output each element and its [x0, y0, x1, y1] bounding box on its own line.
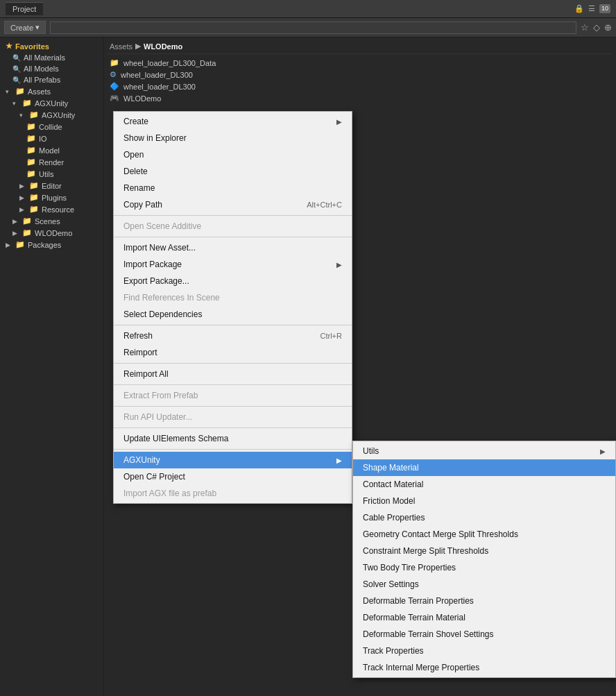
submenu-shape-material[interactable]: Shape Material [353, 459, 615, 476]
sidebar-item-collide[interactable]: 📁 Collide [0, 121, 103, 133]
submenu-two-body-tire-label: Two Body Tire Properties [363, 563, 456, 572]
menu-agxunity[interactable]: AGXUnity ▶ [114, 452, 352, 468]
search-input[interactable] [50, 22, 576, 34]
menu-open-csharp[interactable]: Open C# Project [114, 468, 352, 485]
sidebar-item-all-materials[interactable]: 🔍 All Materials [0, 52, 103, 63]
sidebar-item-all-models[interactable]: 🔍 All Models [0, 63, 103, 74]
sidebar-favorites[interactable]: ★ Favorites [0, 40, 103, 52]
sidebar-item-utils[interactable]: 📁 Utils [0, 168, 103, 180]
submenu-solver-settings[interactable]: Solver Settings [353, 576, 615, 593]
menu-show-explorer[interactable]: Show in Explorer [114, 130, 352, 146]
project-panel: Project 🔒 ☰ 10 Create ▾ ☆ ◇ ⊕ ★ Favorite… [0, 0, 616, 696]
submenu-constraint-merge[interactable]: Constraint Merge Split Thresholds [353, 543, 615, 559]
breadcrumb-assets[interactable]: Assets [110, 42, 132, 51]
menu-extract-from-prefab: Extract From Prefab [114, 387, 352, 404]
asset-item-wl-script[interactable]: ⚙ wheel_loader_DL300 [107, 69, 613, 80]
menu-reimport-all-label: Reimport All [123, 369, 169, 379]
menu-copy-path-shortcut: Alt+Ctrl+C [307, 201, 342, 209]
prefab-icon-wl: 🔷 [110, 82, 119, 91]
bookmark-icon[interactable]: ◇ [593, 22, 600, 33]
submenu-geometry-contact[interactable]: Geometry Contact Merge Split Thresholds [353, 526, 615, 543]
submenu-deformable-terrain-shovel[interactable]: Deformable Terrain Shovel Settings [353, 626, 615, 643]
menu-open[interactable]: Open [114, 146, 352, 163]
menu-rename[interactable]: Rename [114, 180, 352, 196]
menu-reimport[interactable]: Reimport [114, 344, 352, 361]
submenu-deformable-terrain-mat[interactable]: Deformable Terrain Material [353, 609, 615, 626]
asset-name-wlodemo: WLODemo [123, 94, 161, 103]
model-label: Model [39, 146, 60, 155]
menu-reimport-all[interactable]: Reimport All [114, 366, 352, 382]
menu-update-uielements-label: Update UIElements Schema [123, 434, 228, 443]
all-prefabs-label: All Prefabs [24, 76, 60, 84]
sidebar-item-packages[interactable]: ▶ 📁 Packages [0, 239, 103, 251]
submenu-deformable-terrain-props-label: Deformable Terrain Properties [363, 596, 474, 606]
submenu-track-internal-merge[interactable]: Track Internal Merge Properties [353, 659, 615, 676]
agxunity-label: AGXUnity [35, 99, 68, 108]
asset-item-wl-prefab[interactable]: 🔷 wheel_loader_DL300 [107, 80, 613, 92]
submenu-utils[interactable]: Utils ▶ [353, 443, 615, 459]
menu-run-api-updater: Run API Updater... [114, 409, 352, 425]
wlodemo-label: WLODemo [35, 229, 72, 237]
search-icon-prefabs: 🔍 [12, 76, 21, 84]
scenes-folder-icon: 📁 [22, 217, 32, 226]
separator-4 [114, 363, 352, 364]
favorites-label: Favorites [15, 42, 49, 51]
menu-open-csharp-label: Open C# Project [123, 472, 185, 482]
menu-import-package-arrow: ▶ [336, 261, 342, 269]
menu-export-package[interactable]: Export Package... [114, 273, 352, 289]
menu-show-explorer-label: Show in Explorer [123, 133, 187, 143]
menu-agxunity-label: AGXUnity [123, 455, 160, 465]
title-bar: Project 🔒 ☰ 10 [0, 0, 616, 18]
submenu-track-properties[interactable]: Track Properties [353, 643, 615, 659]
menu-select-dependencies[interactable]: Select Dependencies [114, 306, 352, 323]
submenu-cable-properties[interactable]: Cable Properties [353, 509, 615, 526]
asset-item-wlodemo[interactable]: 🎮 WLODemo [107, 92, 613, 104]
assets-folder-icon: 📁 [15, 87, 25, 96]
submenu-two-body-tire[interactable]: Two Body Tire Properties [353, 559, 615, 576]
submenu-deformable-terrain-props[interactable]: Deformable Terrain Properties [353, 593, 615, 609]
sidebar-item-agxunity[interactable]: ▾ 📁 AGXUnity [0, 97, 103, 109]
sidebar-item-scenes[interactable]: ▶ 📁 Scenes [0, 215, 103, 227]
sidebar-item-model[interactable]: 📁 Model [0, 144, 103, 156]
menu-refresh[interactable]: Refresh Ctrl+R [114, 328, 352, 344]
script-icon-wl: ⚙ [110, 70, 117, 79]
sidebar-item-wlodemo[interactable]: ▶ 📁 WLODemo [0, 227, 103, 239]
menu-create[interactable]: Create ▶ [114, 113, 352, 130]
star-icon[interactable]: ☆ [581, 22, 589, 33]
separator-2 [114, 237, 352, 237]
editor-fold-arrow: ▶ [19, 183, 26, 189]
breadcrumb: Assets ▶ WLODemo [107, 40, 613, 54]
sidebar-item-io[interactable]: 📁 IO [0, 133, 103, 144]
submenu-utils-arrow: ▶ [600, 448, 606, 455]
all-materials-label: All Materials [24, 53, 65, 62]
menu-update-uielements[interactable]: Update UIElements Schema [114, 430, 352, 447]
sidebar-item-resources[interactable]: ▶ 📁 Resource [0, 203, 103, 215]
menu-find-references-label: Find References In Scene [123, 293, 220, 303]
submenu-friction-model[interactable]: Friction Model [353, 493, 615, 509]
pin-icon[interactable]: ⊕ [604, 22, 612, 33]
sidebar-item-assets[interactable]: ▾ 📁 Assets [0, 85, 103, 97]
agxunity2-folder-icon: 📁 [29, 110, 39, 119]
create-button[interactable]: Create ▾ [4, 21, 46, 34]
menu-import-new-asset[interactable]: Import New Asset... [114, 239, 352, 256]
menu-import-package[interactable]: Import Package ▶ [114, 256, 352, 273]
menu-copy-path[interactable]: Copy Path Alt+Ctrl+C [114, 196, 352, 213]
sidebar-item-all-prefabs[interactable]: 🔍 All Prefabs [0, 74, 103, 85]
submenu-contact-material[interactable]: Contact Material [353, 476, 615, 493]
sidebar-item-agxunity2[interactable]: ▾ 📁 AGXUnity [0, 109, 103, 121]
project-tab[interactable]: Project [6, 2, 43, 15]
sidebar-item-editor[interactable]: ▶ 📁 Editor [0, 180, 103, 192]
sidebar-item-render[interactable]: 📁 Render [0, 156, 103, 168]
unity-icon-wlodemo: 🎮 [110, 94, 119, 103]
asset-item-wl-data[interactable]: 📁 wheel_loader_DL300_Data [107, 57, 613, 69]
sidebar-item-plugins[interactable]: ▶ 📁 Plugins [0, 192, 103, 203]
lock-icon[interactable]: 🔒 [574, 4, 584, 13]
resources-label: Resource [42, 205, 74, 214]
all-models-label: All Models [24, 65, 59, 73]
folder-icon-wl-data: 📁 [110, 58, 119, 67]
menu-create-label: Create [123, 117, 148, 126]
menu-icon[interactable]: ☰ [588, 4, 595, 13]
collide-label: Collide [39, 123, 62, 131]
project-tab-label: Project [12, 5, 36, 13]
menu-delete[interactable]: Delete [114, 163, 352, 180]
